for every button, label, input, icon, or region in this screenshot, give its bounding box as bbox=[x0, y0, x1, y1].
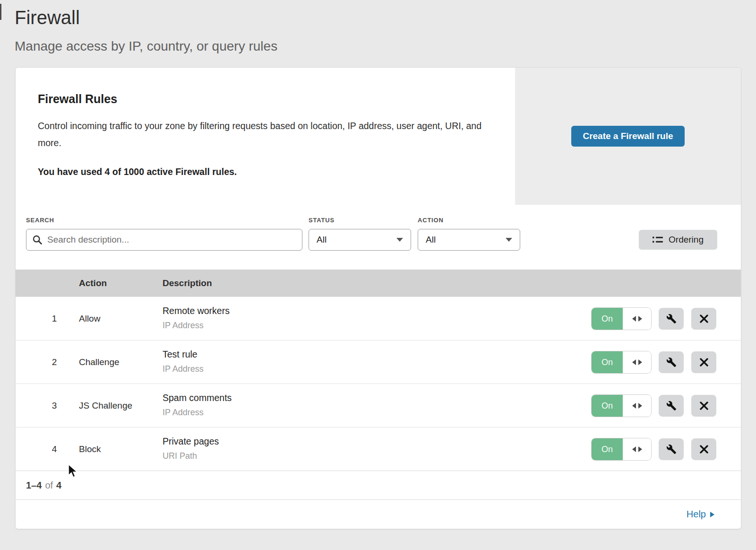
rule-enabled-toggle[interactable]: On bbox=[592, 351, 651, 373]
arrow-left-icon bbox=[632, 446, 636, 452]
search-input[interactable] bbox=[26, 229, 302, 251]
delete-rule-button[interactable] bbox=[691, 438, 716, 460]
search-icon bbox=[33, 235, 42, 244]
page-title: Firewall bbox=[15, 7, 756, 28]
rule-priority: 1 bbox=[45, 297, 64, 340]
delete-rule-button[interactable] bbox=[691, 351, 716, 373]
ordering-button-label: Ordering bbox=[669, 235, 704, 245]
window-edge bbox=[0, 4, 1, 20]
filters-bar: SEARCH STATUS All ACTION All Orde bbox=[16, 205, 741, 270]
search-field-wrap bbox=[26, 229, 302, 251]
toggle-handle[interactable] bbox=[623, 438, 651, 460]
arrow-left-icon bbox=[632, 403, 636, 409]
action-select[interactable]: All bbox=[418, 229, 520, 251]
pagination-row: 1–4 of 4 bbox=[16, 471, 741, 499]
rule-priority: 3 bbox=[45, 384, 64, 427]
pagination-total: 4 bbox=[56, 480, 61, 491]
table-row: 4 Block Private pages URI Path On bbox=[16, 427, 741, 471]
search-label: SEARCH bbox=[26, 217, 54, 224]
page-header: Firewall Manage access by IP, country, o… bbox=[0, 0, 756, 54]
rule-enabled-toggle[interactable]: On bbox=[592, 395, 651, 417]
wrench-icon bbox=[666, 444, 677, 454]
rule-priority: 2 bbox=[45, 340, 64, 384]
rule-description: Remote workers bbox=[163, 306, 230, 316]
rule-action: Block bbox=[79, 428, 101, 471]
close-icon bbox=[700, 402, 708, 410]
edit-rule-button[interactable] bbox=[659, 351, 684, 373]
table-row: 1 Allow Remote workers IP Address On bbox=[16, 297, 741, 340]
rule-enabled-toggle[interactable]: On bbox=[592, 438, 651, 460]
arrow-right-icon bbox=[638, 446, 642, 452]
chevron-down-icon bbox=[396, 238, 403, 242]
arrow-left-icon bbox=[632, 359, 636, 365]
toggle-on-label: On bbox=[592, 395, 623, 417]
rule-action: Allow bbox=[79, 297, 100, 340]
section-heading: Firewall Rules bbox=[38, 92, 487, 106]
arrow-right-icon bbox=[638, 316, 642, 322]
toggle-handle[interactable] bbox=[623, 351, 651, 373]
help-link-label: Help bbox=[687, 509, 706, 520]
rule-description: Private pages bbox=[163, 436, 219, 447]
toggle-handle[interactable] bbox=[623, 395, 651, 417]
action-label: ACTION bbox=[418, 217, 444, 224]
wrench-icon bbox=[666, 401, 677, 411]
edit-rule-button[interactable] bbox=[659, 395, 684, 417]
action-select-value: All bbox=[426, 235, 436, 245]
edit-rule-button[interactable] bbox=[659, 438, 684, 460]
hero-action-panel: Create a Firewall rule bbox=[515, 68, 741, 205]
rule-match-type: IP Address bbox=[163, 321, 204, 331]
hero-text-panel: Firewall Rules Control incoming traffic … bbox=[16, 68, 515, 205]
rule-enabled-toggle[interactable]: On bbox=[592, 308, 651, 330]
close-icon bbox=[700, 314, 708, 323]
list-ordering-icon bbox=[653, 236, 663, 244]
firewall-rules-card: Firewall Rules Control incoming traffic … bbox=[16, 68, 741, 529]
toggle-on-label: On bbox=[592, 438, 623, 460]
page-subtitle: Manage access by IP, country, or query r… bbox=[15, 39, 756, 54]
rule-priority: 4 bbox=[45, 428, 64, 471]
table-header: Action Description bbox=[16, 270, 741, 297]
close-icon bbox=[700, 445, 708, 454]
rule-match-type: URI Path bbox=[163, 451, 197, 461]
toggle-on-label: On bbox=[592, 351, 623, 373]
hero-section: Firewall Rules Control incoming traffic … bbox=[16, 68, 741, 205]
arrow-right-icon bbox=[638, 403, 642, 409]
wrench-icon bbox=[666, 314, 677, 324]
rule-description: Test rule bbox=[163, 349, 198, 360]
usage-note: You have used 4 of 1000 active Firewall … bbox=[38, 166, 487, 177]
status-select-value: All bbox=[317, 235, 326, 245]
ordering-button[interactable]: Ordering bbox=[639, 230, 717, 250]
caret-right-icon bbox=[710, 512, 714, 517]
pagination-range: 1–4 bbox=[26, 480, 42, 491]
toggle-handle[interactable] bbox=[623, 308, 651, 330]
arrow-right-icon bbox=[638, 359, 642, 365]
column-header-description: Description bbox=[163, 270, 212, 297]
arrow-left-icon bbox=[632, 316, 636, 322]
rule-description: Spam comments bbox=[163, 393, 232, 403]
section-description: Control incoming traffic to your zone by… bbox=[38, 117, 487, 151]
rule-action: Challenge bbox=[79, 340, 120, 384]
wrench-icon bbox=[666, 357, 677, 367]
toggle-on-label: On bbox=[592, 308, 623, 330]
rule-action: JS Challenge bbox=[79, 384, 132, 427]
rule-match-type: IP Address bbox=[163, 364, 204, 374]
pagination-of: of bbox=[45, 480, 53, 491]
edit-rule-button[interactable] bbox=[659, 308, 684, 330]
delete-rule-button[interactable] bbox=[691, 308, 716, 330]
help-link[interactable]: Help bbox=[687, 509, 714, 520]
rule-match-type: IP Address bbox=[163, 408, 204, 418]
table-row: 3 JS Challenge Spam comments IP Address … bbox=[16, 384, 741, 427]
create-firewall-rule-button[interactable]: Create a Firewall rule bbox=[571, 126, 684, 147]
status-label: STATUS bbox=[309, 217, 335, 224]
help-row: Help bbox=[16, 499, 741, 529]
delete-rule-button[interactable] bbox=[691, 395, 716, 417]
status-select[interactable]: All bbox=[309, 229, 411, 251]
chevron-down-icon bbox=[506, 238, 512, 242]
table-row: 2 Challenge Test rule IP Address On bbox=[16, 340, 741, 384]
close-icon bbox=[700, 358, 708, 367]
column-header-action: Action bbox=[79, 270, 107, 297]
